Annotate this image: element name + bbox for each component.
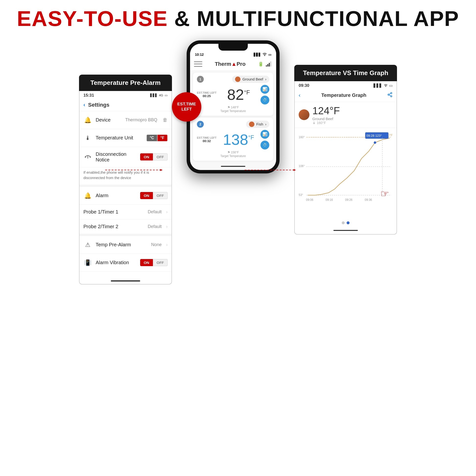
rp-chart-area: 160° 106° 53° 160°F 09:28 123° (295, 128, 396, 219)
lp-thermometer-icon: 🌡 (84, 134, 92, 142)
cp-probe1-food-name: Ground Beef (242, 77, 263, 81)
rp-header: ‹ Temperature Graph (295, 90, 396, 102)
lp-probe1-row[interactable]: Probe 1/Timer 1 Default › (80, 205, 171, 220)
headline-red-part: EASY-TO-USE (17, 6, 168, 31)
headline-black-part: & MULTIFUNCTIONAL APP (168, 6, 459, 31)
svg-text:160°: 160° (299, 136, 305, 139)
svg-point-11 (391, 95, 392, 97)
rp-food-temp: 124°F (312, 105, 340, 117)
svg-text:09:26: 09:26 (345, 198, 353, 202)
rp-food-target: 🌡 160°F (312, 121, 340, 125)
lp-vibration-icon: 📳 (84, 258, 92, 267)
lp-alarm-toggle[interactable]: ON OFF (140, 192, 168, 199)
rp-back-btn[interactable]: ‹ (299, 92, 300, 99)
svg-point-3 (264, 55, 265, 56)
cp-header-icons: 🔋 (258, 61, 272, 67)
rp-dot-2[interactable] (347, 221, 350, 224)
main-headline: EASY-TO-USE & MULTIFUNCTIONAL APP (10, 7, 466, 31)
cp-probe2-food[interactable]: Fish › (246, 120, 269, 128)
lp-bottom-bar (80, 272, 171, 284)
lp-disconnection-toggle[interactable]: ON OFF (140, 153, 168, 160)
cp-probe1-timer-btn[interactable]: ⏱ (260, 96, 269, 104)
lp-probe1-chevron-icon: › (166, 209, 168, 215)
lp-network-label: 4G (159, 93, 163, 97)
cp-probe2-food-name: Fish (256, 122, 263, 126)
cp-app-header: Therm▲Pro 🔋 (190, 59, 276, 71)
lp-disconnection-off-btn[interactable]: OFF (153, 153, 168, 160)
lp-celsius-btn[interactable]: °C (147, 135, 157, 141)
lp-probe1-label: Probe 1/Timer 1 (84, 209, 144, 215)
center-phone-panel: EST.TIME LEFT 10:12 ▋▋▋ ▭ (187, 40, 280, 173)
cp-probe1-food[interactable]: Ground Beef › (232, 76, 269, 83)
rp-wifi-icon (384, 84, 388, 87)
lp-fahrenheit-btn[interactable]: °F (157, 135, 168, 141)
svg-point-1 (90, 156, 91, 157)
svg-point-10 (388, 94, 390, 95)
left-phone-label: Temperature Pre-Alarm (79, 75, 172, 91)
page-header: EASY-TO-USE & MULTIFUNCTIONAL APP (0, 0, 476, 35)
lp-vibration-label: Alarm Vibration (96, 260, 137, 265)
lp-back-arrow[interactable]: ‹ (84, 102, 85, 108)
rp-battery-icon: ▭ (389, 84, 392, 88)
lp-battery-icon: ▭ (165, 93, 168, 97)
lp-vibration-off-btn[interactable]: OFF (153, 259, 168, 266)
lp-status-icons: ▋▋▋ 4G ▭ (150, 93, 168, 97)
cp-probe1-target-sub: Target Temperature (221, 109, 246, 113)
lp-alarm-label: Alarm (96, 193, 137, 198)
lp-alarm-off-btn[interactable]: OFF (153, 192, 168, 199)
lp-disconnection-on-btn[interactable]: ON (140, 153, 153, 160)
lp-back-row: ‹ Settings (80, 100, 171, 111)
rp-header-title: Temperature Graph (322, 92, 366, 98)
left-phone-screen: 15:31 ▋▋▋ 4G ▭ ‹ Settings 🔔 Device Therm… (79, 91, 172, 285)
lp-probe2-row[interactable]: Probe 2/Timer 2 Default › (80, 220, 171, 234)
svg-line-13 (389, 93, 391, 94)
rp-signal-icon: ▋▋▋ (374, 84, 382, 88)
svg-point-22 (374, 141, 376, 144)
cp-probe1-chart-btn[interactable]: 📊 (260, 85, 269, 94)
cp-probe1-est-time: 00:25 (197, 94, 217, 98)
lp-alarm-on-btn[interactable]: ON (140, 192, 153, 199)
rp-home-indicator (295, 227, 396, 234)
cp-menu-btn[interactable] (194, 61, 202, 68)
right-phone-panel: Temperature VS Time Graph 09:30 ▋▋▋ ▭ ‹ … (294, 65, 397, 235)
cp-probe2-temp-value: 138 (223, 131, 248, 148)
svg-point-9 (391, 92, 392, 94)
svg-rect-6 (269, 63, 270, 67)
cp-home-indicator (190, 163, 276, 170)
svg-line-12 (389, 95, 391, 96)
lp-probe1-value: Default (148, 209, 162, 215)
rp-cursor-hand-icon: ☞ (380, 188, 389, 199)
lp-separator-1 (80, 185, 171, 187)
lp-device-row: 🔔 Device Thermopro BBQ 🗑 (80, 111, 171, 129)
cp-probe2-card: 2 Fish › EST.TIME LEFT 00:32 (193, 118, 273, 161)
cp-home-bar (221, 166, 245, 167)
cp-probe2-est-label: EST.TIME LEFT (197, 136, 217, 139)
right-phone-screen: 09:30 ▋▋▋ ▭ ‹ Temperature Graph (294, 81, 397, 235)
cp-probe2-timer-btn[interactable]: ⏱ (260, 141, 269, 150)
cp-probe2-num: 2 (197, 121, 204, 128)
svg-text:106°: 106° (299, 164, 305, 168)
lp-separator-2 (80, 234, 171, 236)
cp-probe2-chart-btn[interactable]: 📊 (260, 130, 269, 139)
lp-temp-prealarm-row[interactable]: ⚠ Temp Pre-Alarm None › (80, 236, 171, 254)
cp-probe1-temp: 82°F (219, 87, 258, 102)
est-badge-line1: EST.TIME (177, 102, 196, 107)
lp-device-delete-icon[interactable]: 🗑 (163, 117, 168, 123)
lp-prealarm-value: None (151, 242, 162, 247)
rp-share-btn[interactable] (387, 92, 392, 99)
cp-probe1-body: EST.TIME LEFT 00:25 82°F 📊 ⏱ (197, 85, 269, 104)
lp-status-bar: 15:31 ▋▋▋ 4G ▭ (80, 91, 171, 100)
lp-vibration-toggle[interactable]: ON OFF (140, 259, 168, 266)
rp-dot-1[interactable] (342, 221, 345, 224)
lp-device-label: Device (96, 117, 122, 123)
rp-food-info: 124°F Ground Beef 🌡 160°F (312, 105, 340, 125)
lp-signal-icon: ▋▋▋ (150, 93, 157, 97)
svg-rect-5 (267, 64, 268, 67)
right-phone-label: Temperature VS Time Graph (294, 65, 397, 81)
lp-vibration-on-btn[interactable]: ON (140, 259, 153, 266)
cp-probe1-header: 1 Ground Beef › (197, 76, 269, 83)
left-phone-panel: Temperature Pre-Alarm 15:31 ▋▋▋ 4G ▭ ‹ S… (79, 75, 172, 285)
rp-target-icon: 🌡 (312, 121, 316, 125)
lp-temp-unit-toggle[interactable]: °C °F (147, 135, 168, 141)
lp-alarm-row: 🔔 Alarm ON OFF (80, 187, 171, 205)
